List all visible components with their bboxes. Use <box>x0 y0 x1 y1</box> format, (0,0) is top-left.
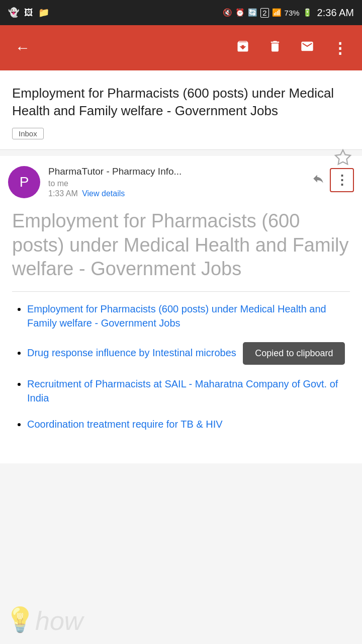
links-list: Employment for Pharmacists (600 posts) u… <box>12 302 350 431</box>
list-item: Recruitment of Pharmacists at SAIL - Mah… <box>27 377 350 405</box>
email-button[interactable] <box>296 35 318 61</box>
image-icon: 🖼 <box>24 8 33 18</box>
clipboard-toast: Copied to clipboard <box>243 342 345 365</box>
alarm-icon: ⏰ <box>235 8 245 17</box>
sender-row: P PharmaTutor - Pharmacy Info... to me 1… <box>0 156 362 204</box>
view-details-link[interactable]: View details <box>82 189 125 198</box>
folder-icon: 📁 <box>38 7 49 18</box>
link-3[interactable]: Recruitment of Pharmacists at SAIL - Mah… <box>27 378 338 404</box>
inbox-badge: Inbox <box>12 128 44 139</box>
signal-icon: 📶 <box>272 8 282 17</box>
list-item: Employment for Pharmacists (600 posts) u… <box>27 302 350 330</box>
snapchat-icon: 👻 <box>8 7 19 18</box>
watermark: 💡 how <box>5 606 83 634</box>
sender-avatar: P <box>8 166 40 198</box>
list-item: Drug response influence by Intestinal mi… <box>27 342 350 365</box>
archive-button[interactable] <box>232 35 254 61</box>
email-message-area: P PharmaTutor - Pharmacy Info... to me 1… <box>0 156 362 463</box>
status-time: 2:36 AM <box>317 7 354 19</box>
link-1[interactable]: Employment for Pharmacists (600 posts) u… <box>27 303 326 329</box>
watermark-text: how <box>35 608 83 634</box>
bluetooth-mute-icon: 🔇 <box>223 8 232 17</box>
battery-icon: 🔋 <box>303 8 312 17</box>
link-2[interactable]: Drug response influence by Intestinal mi… <box>27 347 236 358</box>
sender-name: PharmaTutor - Pharmacy Info... <box>48 166 310 177</box>
sender-to: to me <box>48 179 310 188</box>
network-badge: 2 <box>260 8 268 18</box>
back-button[interactable]: ← <box>10 34 35 61</box>
delete-button[interactable] <box>264 35 286 61</box>
email-big-title: Employment for Pharmacists (600 posts) u… <box>12 209 350 281</box>
email-subject-header: Employment for Pharmacists (600 posts) u… <box>0 70 362 150</box>
message-more-button[interactable]: ⋮ <box>330 168 354 192</box>
action-bar: ← ⋮ <box>0 25 362 70</box>
sync-icon: 🔄 <box>248 8 257 17</box>
content-divider <box>12 291 350 292</box>
email-content: Employment for Pharmacists (600 posts) u… <box>0 204 362 453</box>
list-item: Coordination treatment require for TB & … <box>27 417 350 431</box>
link-4[interactable]: Coordination treatment require for TB & … <box>27 419 223 430</box>
sender-time: 1:33 AM View details <box>48 189 310 198</box>
more-options-button[interactable]: ⋮ <box>328 35 352 61</box>
bulb-icon: 💡 <box>5 606 35 634</box>
sender-info: PharmaTutor - Pharmacy Info... to me 1:3… <box>48 166 310 198</box>
status-bar: 👻 🖼 📁 🔇 ⏰ 🔄 2 📶 73% 🔋 2:36 AM <box>0 0 362 25</box>
reply-button[interactable] <box>310 170 327 190</box>
battery-percent: 73% <box>285 9 300 17</box>
email-subject-title: Employment for Pharmacists (600 posts) u… <box>12 85 350 120</box>
